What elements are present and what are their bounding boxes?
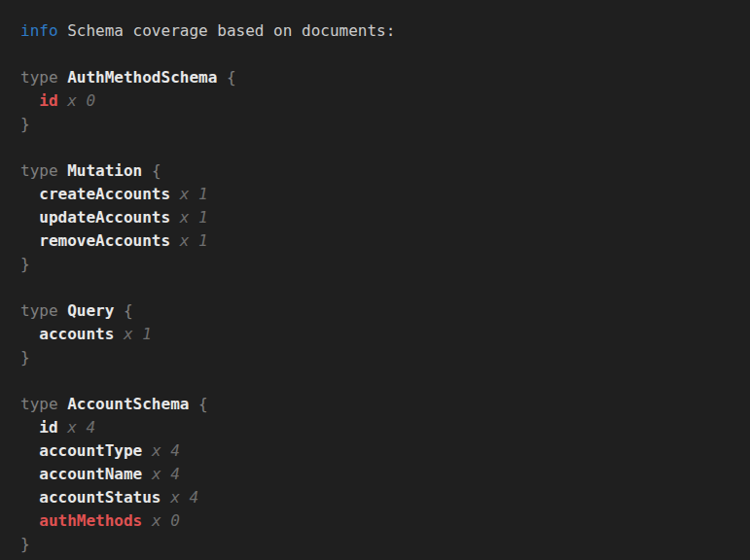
field-name: authMethods [39, 511, 142, 530]
usage-multiplier: x [170, 488, 180, 507]
closing-brace-line: } [20, 253, 734, 276]
usage-count: 4 [170, 441, 180, 460]
field-line: accounts x 1 [20, 323, 734, 346]
field-line: authMethods x 0 [20, 509, 734, 533]
usage-count: 4 [189, 488, 198, 507]
spacer-line [20, 43, 734, 66]
field-line: accountType x 4 [20, 439, 734, 463]
info-message: Schema coverage based on documents: [67, 21, 395, 40]
usage-multiplier: x [67, 91, 77, 110]
info-label: info [20, 21, 58, 40]
closing-brace-line: } [20, 533, 734, 556]
closing-brace-line: } [20, 346, 734, 369]
spacer-line [20, 136, 734, 159]
usage-multiplier: x [152, 465, 161, 483]
type-name: Mutation [67, 161, 142, 180]
close-brace: } [20, 115, 30, 133]
usage-multiplier: x [67, 418, 77, 437]
field-line: id x 4 [20, 416, 734, 439]
close-brace: } [20, 348, 30, 367]
field-name: accounts [39, 325, 114, 343]
open-brace: { [198, 395, 208, 413]
field-line: accountName x 4 [20, 463, 734, 486]
field-name: id [39, 91, 57, 110]
type-header-line: type AuthMethodSchema { [20, 66, 734, 89]
info-line: info Schema coverage based on documents: [20, 19, 734, 43]
usage-count: 4 [170, 465, 180, 483]
usage-count: 1 [198, 185, 208, 203]
field-line: removeAccounts x 1 [20, 229, 734, 253]
usage-multiplier: x [180, 185, 190, 203]
spacer-line [20, 276, 734, 299]
usage-multiplier: x [152, 511, 161, 530]
type-name: Query [67, 301, 114, 320]
close-brace: } [20, 255, 30, 273]
open-brace: { [124, 301, 133, 320]
type-name: AccountSchema [67, 395, 189, 413]
terminal-output: info Schema coverage based on documents:… [0, 0, 750, 560]
type-keyword: type [20, 68, 58, 87]
field-line: updateAccounts x 1 [20, 206, 734, 229]
open-brace: { [152, 161, 161, 180]
close-brace: } [20, 535, 30, 553]
usage-multiplier: x [152, 441, 161, 460]
field-line: id x 0 [20, 89, 734, 113]
field-name: accountStatus [39, 488, 161, 507]
field-line: accountStatus x 4 [20, 486, 734, 509]
field-name: accountType [39, 441, 142, 460]
usage-count: 1 [142, 325, 152, 343]
field-line: createAccounts x 1 [20, 183, 734, 206]
usage-count: 1 [198, 231, 208, 250]
type-name: AuthMethodSchema [67, 68, 217, 87]
open-brace: { [227, 68, 236, 87]
field-name: accountName [39, 465, 142, 483]
type-keyword: type [20, 301, 58, 320]
usage-count: 4 [86, 418, 95, 437]
usage-multiplier: x [180, 231, 190, 250]
usage-count: 0 [86, 91, 95, 110]
type-header-line: type AccountSchema { [20, 393, 734, 416]
type-header-line: type Query { [20, 299, 734, 323]
type-header-line: type Mutation { [20, 159, 734, 183]
usage-count: 0 [170, 511, 180, 530]
usage-count: 1 [198, 208, 208, 227]
field-name: id [39, 418, 57, 437]
spacer-line [20, 369, 734, 393]
usage-multiplier: x [180, 208, 190, 227]
closing-brace-line: } [20, 113, 734, 136]
type-keyword: type [20, 395, 58, 413]
usage-multiplier: x [124, 325, 133, 343]
field-name: updateAccounts [39, 208, 170, 227]
field-name: removeAccounts [39, 231, 170, 250]
field-name: createAccounts [39, 185, 170, 203]
type-keyword: type [20, 161, 58, 180]
